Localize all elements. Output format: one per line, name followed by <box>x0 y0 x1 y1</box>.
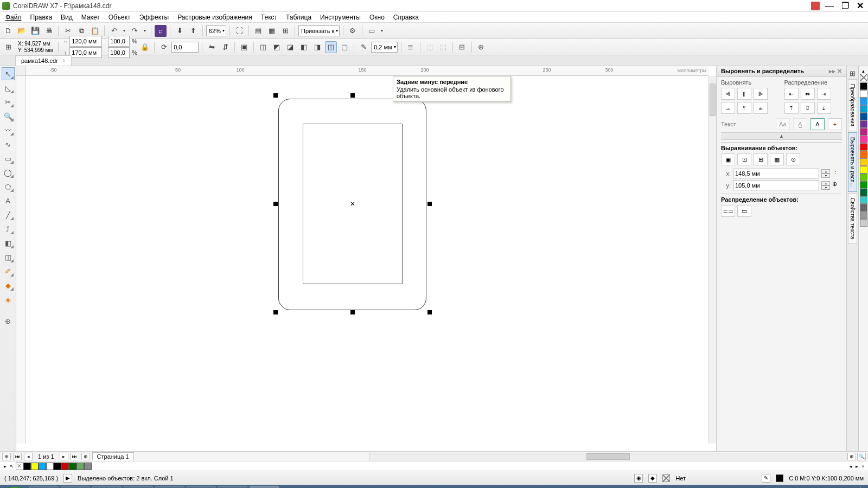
order-front-button[interactable]: ▣ <box>238 41 250 53</box>
canvas[interactable]: Задние минус передние Удалить основной о… <box>26 76 709 444</box>
shape-tool[interactable]: ◺ <box>2 81 15 94</box>
mirror-v-button[interactable]: ⇵ <box>219 41 231 53</box>
palette-scroll-right-icon[interactable]: ▸ <box>854 464 860 469</box>
user-icon[interactable] <box>811 2 820 10</box>
color-swatch[interactable] <box>860 128 867 136</box>
color-swatch[interactable] <box>860 174 867 181</box>
color-swatch[interactable] <box>860 90 867 98</box>
align-center-h-button[interactable]: ⫿ <box>737 88 751 100</box>
drop-shadow-tool[interactable]: ◧ <box>2 236 15 249</box>
menu-view[interactable]: Вид <box>56 12 77 22</box>
eyedropper-tool[interactable]: ✐ <box>2 265 15 278</box>
align-page-button[interactable]: ⊡ <box>737 153 751 165</box>
lock-x-button[interactable]: ⋮ <box>832 169 842 178</box>
dist-left-button[interactable]: ⇤ <box>784 88 799 100</box>
outline-width-dropdown[interactable]: 0,2 мм ▾ <box>371 42 397 53</box>
text-add-button[interactable]: + <box>828 118 842 130</box>
spin-up-icon[interactable]: ▴ <box>821 169 830 174</box>
connector-tool[interactable]: ⤴ <box>2 222 15 235</box>
polygon-tool[interactable]: ⬠ <box>2 180 15 193</box>
play-icon[interactable]: ▶ <box>63 474 72 483</box>
selection-handle[interactable] <box>427 202 432 206</box>
scrollbar-thumb[interactable] <box>586 453 630 460</box>
dist-right-button[interactable]: ⇥ <box>817 88 831 100</box>
align-point-button[interactable]: ⊙ <box>786 153 800 165</box>
menu-layout[interactable]: Макет <box>77 12 104 22</box>
back-minus-front-button[interactable]: ◫ <box>325 41 337 53</box>
color-swatch[interactable] <box>860 151 867 158</box>
add-page-button[interactable]: ⊕ <box>2 453 11 460</box>
save-button[interactable]: 💾 <box>29 25 41 37</box>
rectangle-tool[interactable]: ▭ <box>2 152 15 165</box>
fullscreen-button[interactable]: ⛶ <box>233 25 245 37</box>
color-swatch[interactable] <box>860 181 867 189</box>
color-swatch[interactable] <box>860 158 867 166</box>
fill-tool[interactable]: ◆ <box>2 279 15 292</box>
text-outline-button[interactable]: A <box>810 118 825 130</box>
selection-handle[interactable] <box>273 93 278 98</box>
outline-pen-icon[interactable]: ✎ <box>358 41 369 53</box>
launch-dropdown-icon[interactable]: ▾ <box>379 25 385 37</box>
spin-up-icon[interactable]: ▴ <box>821 181 830 185</box>
color-swatch[interactable] <box>860 166 867 174</box>
color-swatch[interactable] <box>860 136 867 143</box>
vertical-scrollbar[interactable] <box>709 76 716 444</box>
text-baseline-button[interactable]: Aa <box>776 118 790 130</box>
color-swatch[interactable] <box>860 98 867 105</box>
scaley-input[interactable] <box>108 47 130 58</box>
add-tool-button[interactable]: ⊕ <box>2 314 15 328</box>
dist-centerh-button[interactable]: ⇔ <box>801 88 815 100</box>
palette-left-icon[interactable]: ▸ <box>2 464 8 469</box>
color-swatch[interactable] <box>860 105 867 113</box>
menu-table[interactable]: Таблица <box>282 12 316 22</box>
intersect-button[interactable]: ◪ <box>284 41 296 53</box>
transparency-tool[interactable]: ◫ <box>2 251 15 264</box>
navigator-button[interactable]: ⊕ <box>847 453 856 460</box>
crop-tool[interactable]: ✂ <box>2 95 15 108</box>
align-top-button[interactable]: ⫠ <box>721 102 735 114</box>
color-swatch[interactable] <box>46 463 54 470</box>
prev-page-button[interactable]: ◂ <box>24 453 33 460</box>
align-pageedge-button[interactable]: ⊞ <box>754 153 768 165</box>
ruler-horizontal[interactable]: -50 50 100 150 200 250 300 <box>26 66 709 76</box>
angle-input[interactable] <box>171 42 199 53</box>
ruler-corner[interactable] <box>16 66 26 76</box>
color-swatch[interactable] <box>61 463 69 470</box>
trim-button[interactable]: ◩ <box>271 41 283 53</box>
simplify-button[interactable]: ◧ <box>298 41 310 53</box>
align-center-v-button[interactable]: ⫯ <box>737 102 751 114</box>
align-distribute-button[interactable]: ⊟ <box>456 41 468 53</box>
document-tab[interactable]: рамка148.cdr + <box>15 55 72 66</box>
menu-edit[interactable]: Правка <box>26 12 57 22</box>
color-swatch[interactable] <box>31 463 39 470</box>
color-swatch[interactable] <box>39 463 46 470</box>
convert-curves2-button[interactable]: ⬚ <box>437 41 449 53</box>
align-right-button[interactable]: ⫸ <box>754 88 768 100</box>
first-page-button[interactable]: ⏮ <box>13 453 22 460</box>
width-input[interactable] <box>69 36 102 47</box>
dist-page-button[interactable]: ▭ <box>737 205 751 217</box>
color-swatch[interactable] <box>860 204 867 211</box>
convert-curves-button[interactable]: ⬚ <box>424 41 436 53</box>
zoomfit-button[interactable]: 🔍 <box>857 453 866 460</box>
vtab-toggle-icon[interactable]: ⊞ <box>848 68 858 78</box>
front-minus-back-button[interactable]: ◨ <box>311 41 323 53</box>
dist-bottom-button[interactable]: ⇣ <box>817 102 831 114</box>
redo-button[interactable]: ↷ <box>129 25 141 37</box>
undo-dropdown-icon[interactable]: ▾ <box>122 25 127 37</box>
wrap-text-button[interactable]: ≣ <box>405 41 417 53</box>
last-page-button[interactable]: ⏭ <box>71 453 79 460</box>
menu-tools[interactable]: Инструменты <box>316 12 365 22</box>
scrollbar-thumb[interactable] <box>710 84 716 116</box>
color-swatch[interactable] <box>860 113 867 120</box>
vtab-transform[interactable]: Преобразования <box>848 79 857 131</box>
export-button[interactable]: ⬆ <box>187 25 199 37</box>
next-page-button[interactable]: ▸ <box>60 453 68 460</box>
color-swatch[interactable] <box>860 82 867 90</box>
align-grid-button[interactable]: ▦ <box>770 153 784 165</box>
color-swatch[interactable] <box>84 463 92 470</box>
freehand-tool[interactable]: 〰 <box>2 124 15 137</box>
color-swatch[interactable] <box>860 211 867 219</box>
scalex-input[interactable] <box>108 36 130 47</box>
grid-button[interactable]: ▦ <box>266 25 278 37</box>
